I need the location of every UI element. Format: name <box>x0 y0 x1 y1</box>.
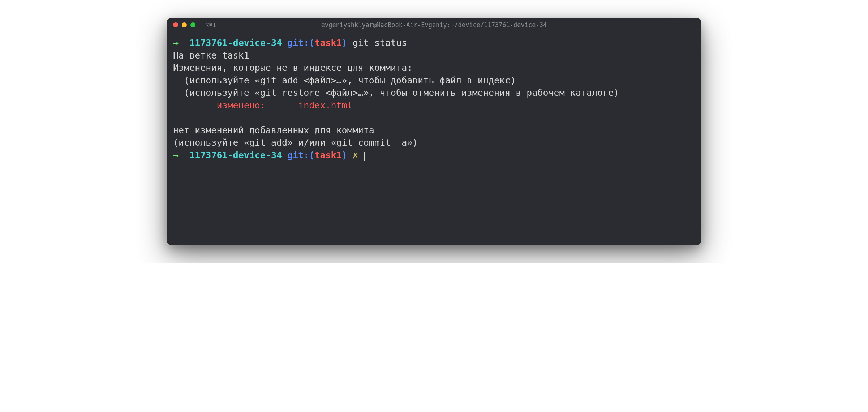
output-line: (используйте «git add <файл>…», чтобы до… <box>173 75 516 86</box>
prompt-arrow-icon: → <box>173 38 179 48</box>
output-line: На ветке task1 <box>173 50 249 61</box>
cursor-icon <box>364 152 365 161</box>
prompt-line-1: → 1173761-device-34 git:(task1) git stat… <box>173 38 407 48</box>
git-branch: task1 <box>314 150 341 160</box>
git-prefix: git:( <box>287 38 314 48</box>
command-text: git status <box>353 38 407 48</box>
close-icon[interactable] <box>173 22 178 27</box>
window-title: evgeniyshklyar@MacBook-Air-Evgeniy:~/dev… <box>321 21 547 29</box>
prompt-folder: 1173761-device-34 <box>189 38 282 48</box>
prompt-line-2: → 1173761-device-34 git:(task1) ✗ <box>173 150 365 160</box>
output-line: (используйте «git restore <файл>…», чтоб… <box>173 87 619 98</box>
modified-file: index.html <box>298 100 353 111</box>
prompt-arrow-icon: → <box>173 150 179 160</box>
modified-label: изменено: <box>173 100 298 111</box>
git-suffix: ) <box>342 38 347 48</box>
terminal-window: ⌥⌘1 evgeniyshklyar@MacBook-Air-Evgeniy:~… <box>167 18 701 245</box>
maximize-icon[interactable] <box>190 22 195 27</box>
output-line: Изменения, которые не в индексе для комм… <box>173 63 412 73</box>
git-suffix: ) <box>342 150 347 160</box>
traffic-lights <box>173 22 195 27</box>
git-prefix: git:( <box>287 150 314 160</box>
dirty-icon: ✗ <box>353 150 358 160</box>
tab-label: ⌥⌘1 <box>206 22 216 29</box>
terminal-content[interactable]: → 1173761-device-34 git:(task1) git stat… <box>167 32 701 245</box>
prompt-folder: 1173761-device-34 <box>189 150 282 160</box>
git-branch: task1 <box>314 38 341 48</box>
output-line: (используйте «git add» и/или «git commit… <box>173 137 418 148</box>
minimize-icon[interactable] <box>182 22 187 27</box>
title-bar: ⌥⌘1 evgeniyshklyar@MacBook-Air-Evgeniy:~… <box>167 18 701 32</box>
output-line: нет изменений добавленных для коммита <box>173 125 374 136</box>
